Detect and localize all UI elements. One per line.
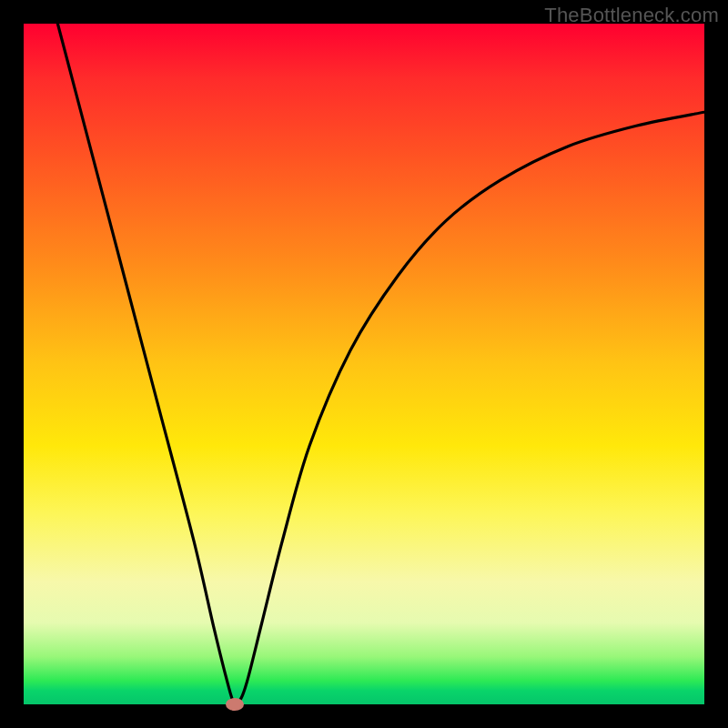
curve-layer bbox=[24, 24, 704, 704]
plot-area bbox=[24, 24, 704, 704]
bottleneck-curve bbox=[57, 24, 704, 704]
minimum-marker-icon bbox=[226, 698, 244, 711]
chart-frame: TheBottleneck.com bbox=[0, 0, 728, 728]
watermark-text: TheBottleneck.com bbox=[544, 4, 719, 27]
